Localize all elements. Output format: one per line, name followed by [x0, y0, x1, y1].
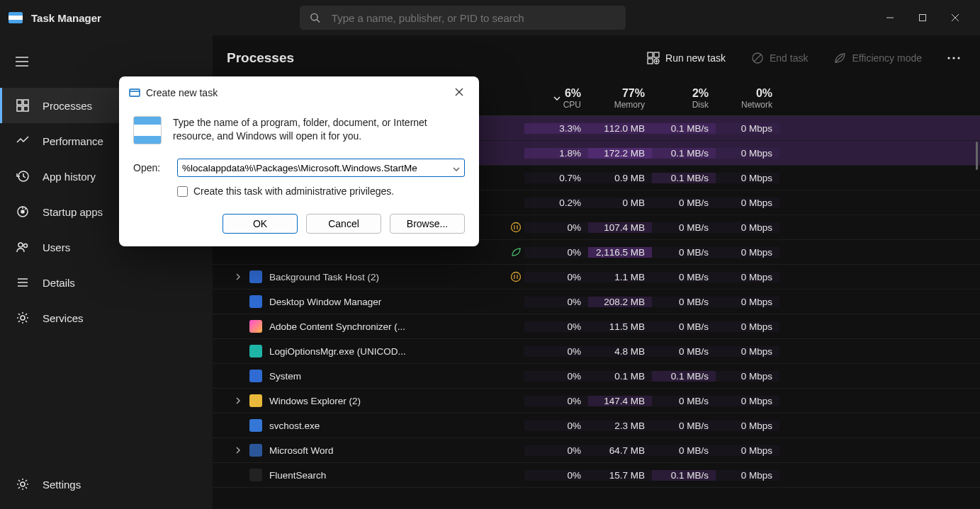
- table-row[interactable]: Background Task Host (2) 0% 1.1 MB 0 MB/…: [213, 265, 980, 290]
- dialog-open-row: Open:: [119, 156, 479, 180]
- efficiency-mode-button[interactable]: Efficiency mode: [828, 47, 928, 69]
- process-name-cell: Windows Explorer (2): [213, 394, 507, 407]
- sidebar-item-services[interactable]: Services: [0, 300, 213, 336]
- svg-rect-27: [648, 59, 653, 64]
- sidebar-item-label: Startup apps: [43, 206, 103, 218]
- disk-cell: 0 MB/s: [652, 272, 716, 282]
- sidebar-item-label: Details: [43, 277, 75, 289]
- ok-button[interactable]: OK: [223, 214, 298, 234]
- svg-rect-9: [17, 100, 22, 105]
- close-button[interactable]: [939, 6, 971, 29]
- disk-cell: 0 MB/s: [652, 321, 716, 332]
- table-row[interactable]: Desktop Window Manager 0% 208.2 MB 0 MB/…: [213, 290, 980, 314]
- svg-rect-42: [130, 89, 140, 96]
- network-cell: 0 Mbps: [716, 198, 779, 208]
- open-combobox[interactable]: [177, 159, 465, 177]
- status-badge: [507, 222, 524, 233]
- column-header-cpu[interactable]: 6%CPU: [524, 84, 588, 115]
- network-cell: 0 Mbps: [716, 396, 779, 406]
- end-task-icon: [751, 52, 764, 64]
- process-name: System: [269, 371, 301, 382]
- admin-checkbox-row: Create this task with administrative pri…: [119, 180, 479, 201]
- table-row[interactable]: Windows Explorer (2) 0% 147.4 MB 0 MB/s …: [213, 389, 980, 413]
- hamburger-button[interactable]: [0, 50, 213, 76]
- cpu-cell: 3.3%: [524, 123, 588, 134]
- column-header-disk[interactable]: 2%Disk: [652, 84, 716, 115]
- cpu-cell: 0%: [524, 396, 588, 406]
- process-name-cell: Microsoft Word: [213, 444, 507, 457]
- table-row[interactable]: Adobe Content Synchronizer (... 0% 11.5 …: [213, 314, 980, 339]
- performance-icon: [16, 134, 30, 148]
- cancel-button[interactable]: Cancel: [306, 214, 381, 234]
- admin-checkbox[interactable]: [177, 186, 188, 197]
- minimize-button[interactable]: [874, 6, 906, 29]
- memory-cell: 0.9 MB: [588, 173, 652, 183]
- memory-cell: 0.1 MB: [588, 371, 652, 382]
- app-title: Task Manager: [31, 12, 101, 24]
- cpu-cell: 0%: [524, 321, 588, 332]
- svg-point-24: [21, 482, 25, 486]
- table-row[interactable]: LogiOptionsMgr.exe (UNICOD... 0% 4.8 MB …: [213, 339, 980, 364]
- process-name-cell: [213, 246, 507, 258]
- expand-chevron[interactable]: [234, 447, 242, 454]
- cpu-cell: 0.7%: [524, 173, 588, 183]
- sidebar-item-label: Services: [43, 312, 84, 324]
- search-bar[interactable]: [300, 6, 626, 30]
- sidebar-item-details[interactable]: Details: [0, 265, 213, 300]
- memory-cell: 64.7 MB: [588, 445, 652, 456]
- processes-icon: [16, 98, 30, 113]
- network-cell: 0 Mbps: [716, 470, 779, 481]
- search-input[interactable]: [332, 12, 616, 24]
- memory-cell: 107.4 MB: [588, 222, 652, 233]
- cpu-cell: 0%: [524, 346, 588, 357]
- expand-chevron[interactable]: [234, 397, 242, 404]
- svg-rect-26: [654, 52, 659, 57]
- open-label: Open:: [133, 162, 166, 173]
- expand-chevron[interactable]: [234, 273, 242, 280]
- cpu-cell: 0%: [524, 371, 588, 382]
- users-icon: [16, 240, 30, 254]
- table-row[interactable]: Microsoft Word 0% 64.7 MB 0 MB/s 0 Mbps: [213, 438, 980, 463]
- leaf-icon: [833, 52, 846, 64]
- memory-cell: 0 MB: [588, 198, 652, 208]
- disk-cell: 0 MB/s: [652, 247, 716, 258]
- run-new-task-button[interactable]: Run new task: [641, 47, 731, 69]
- memory-cell: 11.5 MB: [588, 321, 652, 332]
- disk-cell: 0.1 MB/s: [652, 173, 716, 183]
- cpu-cell: 0%: [524, 247, 588, 258]
- dialog-close-button[interactable]: [449, 84, 469, 102]
- table-row[interactable]: svchost.exe 0% 2.3 MB 0 MB/s 0 Mbps: [213, 413, 980, 438]
- svg-rect-12: [23, 106, 28, 111]
- scrollbar-thumb[interactable]: [976, 142, 978, 170]
- chevron-down-icon[interactable]: [453, 163, 460, 173]
- memory-cell: 2.3 MB: [588, 421, 652, 431]
- open-input[interactable]: [182, 163, 460, 173]
- end-task-button[interactable]: End task: [745, 47, 813, 69]
- titlebar: Task Manager: [0, 0, 980, 35]
- table-row[interactable]: System 0% 0.1 MB 0.1 MB/s 0 Mbps: [213, 364, 980, 389]
- svg-rect-10: [23, 100, 28, 105]
- cpu-cell: 0%: [524, 297, 588, 307]
- process-name-cell: Adobe Content Synchronizer (...: [213, 320, 507, 333]
- browse-button[interactable]: Browse...: [390, 214, 465, 234]
- sidebar-item-label: Users: [43, 241, 70, 253]
- column-header-network[interactable]: 0%Network: [716, 84, 779, 115]
- cpu-cell: 0%: [524, 272, 588, 282]
- disk-cell: 0 MB/s: [652, 198, 716, 208]
- process-name: Desktop Window Manager: [269, 297, 381, 307]
- sidebar-item-settings[interactable]: Settings: [0, 467, 213, 502]
- dialog-buttons: OK Cancel Browse...: [119, 201, 479, 246]
- disk-cell: 0.1 MB/s: [652, 148, 716, 159]
- table-row[interactable]: FluentSearch 0% 15.7 MB 0.1 MB/s 0 Mbps: [213, 463, 980, 488]
- close-icon: [455, 88, 463, 96]
- network-cell: 0 Mbps: [716, 222, 779, 233]
- status-badge: [507, 271, 524, 282]
- more-button[interactable]: [942, 52, 966, 64]
- sidebar-item-label: Settings: [43, 479, 81, 491]
- maximize-button[interactable]: [906, 6, 939, 29]
- startup-icon: [16, 205, 30, 219]
- network-cell: 0 Mbps: [716, 371, 779, 382]
- memory-cell: 4.8 MB: [588, 346, 652, 357]
- network-cell: 0 Mbps: [716, 247, 779, 258]
- column-header-memory[interactable]: 77%Memory: [588, 84, 652, 115]
